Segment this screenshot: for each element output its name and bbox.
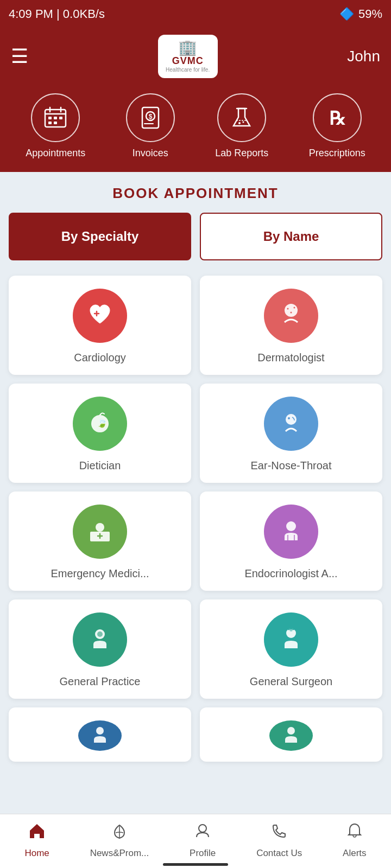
book-appointment-title: BOOK APPOINTMENT [9, 185, 382, 202]
svg-rect-6 [59, 117, 62, 119]
endocrinologist-icon [264, 505, 318, 559]
svg-point-27 [286, 521, 296, 531]
svg-point-19 [287, 308, 289, 310]
home-indicator [163, 863, 228, 866]
svg-point-21 [291, 312, 292, 314]
svg-point-26 [96, 523, 104, 532]
svg-point-16 [243, 122, 244, 123]
profile-nav-label: Profile [190, 848, 216, 859]
invoices-label: Invoices [133, 148, 168, 159]
specialty-card-partial-left[interactable] [9, 707, 191, 762]
prescriptions-icon: ℞ [313, 93, 362, 142]
emergency-icon [73, 505, 127, 559]
battery-text: 59% [358, 7, 382, 21]
contact-icon [270, 822, 288, 845]
general-surgeon-label: General Surgeon [250, 675, 332, 688]
specialty-card-ent[interactable]: Ear-Nose-Throat [200, 384, 382, 483]
bottom-navigation: Home News&Prom... Profile Contact Us [0, 814, 391, 868]
bluetooth-icon: 🔷 [339, 7, 354, 21]
lab-reports-label: Lab Reports [215, 148, 268, 159]
svg-text:🍃: 🍃 [97, 418, 108, 428]
endocrinologist-label: Endocrinologist A... [244, 567, 337, 580]
svg-point-34 [199, 825, 206, 832]
contact-nav-label: Contact Us [256, 848, 302, 859]
svg-text:℞: ℞ [329, 108, 345, 129]
svg-point-29 [97, 631, 103, 637]
app-logo: 🏢 GVMC Healthcare for life. [158, 35, 218, 78]
dietician-label: Dietician [79, 459, 121, 472]
svg-point-15 [238, 122, 241, 124]
specialty-card-endocrinologist[interactable]: Endocrinologist A... [200, 492, 382, 591]
appointments-icon [31, 93, 80, 142]
partial-right-icon [269, 720, 313, 751]
nav-home[interactable]: Home [24, 822, 49, 859]
status-bar: 4:09 PM | 0.0KB/s 🔷 59% [0, 0, 391, 28]
ent-icon [264, 397, 318, 451]
general-practice-label: General Practice [60, 675, 141, 688]
svg-rect-5 [54, 117, 57, 119]
svg-point-23 [286, 414, 297, 425]
cardiology-icon [73, 289, 127, 343]
by-specialty-button[interactable]: By Specialty [9, 213, 191, 260]
svg-point-31 [289, 628, 293, 631]
specialty-grid: Cardiology Dermatologist 🍃 [9, 276, 382, 699]
ent-label: Ear-Nose-Throat [251, 459, 332, 472]
hamburger-menu-button[interactable]: ☰ [11, 47, 28, 66]
news-nav-label: News&Prom... [90, 848, 149, 859]
partial-specialty-row [9, 707, 382, 762]
specialty-card-dermatologist[interactable]: Dermatologist [200, 276, 382, 375]
nav-news[interactable]: News&Prom... [90, 822, 149, 859]
nav-contact[interactable]: Contact Us [256, 822, 302, 859]
dietician-icon: 🍃 [73, 397, 127, 451]
svg-point-24 [288, 417, 290, 419]
svg-rect-8 [54, 122, 57, 124]
quick-action-invoices[interactable]: $ Invoices [126, 93, 175, 159]
nav-alerts[interactable]: Alerts [343, 822, 366, 859]
logo-text: GVMC [172, 55, 204, 67]
specialty-card-general-surgeon[interactable]: General Surgeon [200, 599, 382, 699]
dermatologist-label: Dermatologist [257, 352, 324, 364]
status-right: 🔷 59% [339, 7, 382, 21]
svg-rect-7 [48, 122, 52, 124]
nav-profile[interactable]: Profile [190, 822, 216, 859]
alerts-nav-label: Alerts [343, 848, 366, 859]
specialty-card-dietician[interactable]: 🍃 Dietician [9, 384, 191, 483]
svg-rect-4 [48, 117, 52, 119]
general-practice-icon [73, 612, 127, 667]
status-time: 4:09 PM | 0.0KB/s [9, 7, 105, 21]
appointments-label: Appointments [26, 148, 85, 159]
quick-action-prescriptions[interactable]: ℞ Prescriptions [309, 93, 365, 159]
lab-reports-icon [217, 93, 266, 142]
svg-point-20 [294, 307, 295, 309]
specialty-card-general-practice[interactable]: General Practice [9, 599, 191, 699]
svg-text:$: $ [148, 113, 152, 120]
app-header: ☰ 🏢 GVMC Healthcare for life. John [0, 28, 391, 88]
specialty-card-cardiology[interactable]: Cardiology [9, 276, 191, 375]
home-icon [28, 822, 46, 845]
main-content: BOOK APPOINTMENT By Specialty By Name Ca… [0, 172, 391, 840]
quick-actions-bar: Appointments $ Invoices Lab Reports [0, 88, 391, 172]
partial-left-icon [78, 720, 122, 751]
emergency-label: Emergency Medici... [51, 567, 149, 580]
general-surgeon-icon [264, 612, 318, 667]
cardiology-label: Cardiology [74, 352, 126, 364]
by-name-button[interactable]: By Name [200, 213, 382, 260]
svg-point-33 [287, 727, 295, 735]
logo-building-icon: 🏢 [178, 40, 197, 55]
news-icon [110, 822, 129, 845]
dermatologist-icon [264, 289, 318, 343]
invoices-icon: $ [126, 93, 175, 142]
quick-action-lab-reports[interactable]: Lab Reports [215, 93, 268, 159]
alerts-icon [345, 822, 364, 845]
home-nav-label: Home [24, 848, 49, 859]
quick-action-appointments[interactable]: Appointments [26, 93, 85, 159]
profile-icon [193, 822, 212, 845]
booking-toggle: By Specialty By Name [9, 213, 382, 260]
specialty-card-emergency[interactable]: Emergency Medici... [9, 492, 191, 591]
svg-point-18 [285, 304, 298, 317]
svg-point-32 [96, 727, 104, 735]
specialty-card-partial-right[interactable] [200, 707, 382, 762]
user-name: John [347, 48, 380, 65]
prescriptions-label: Prescriptions [309, 148, 365, 159]
logo-subtitle: Healthcare for life. [166, 67, 210, 73]
